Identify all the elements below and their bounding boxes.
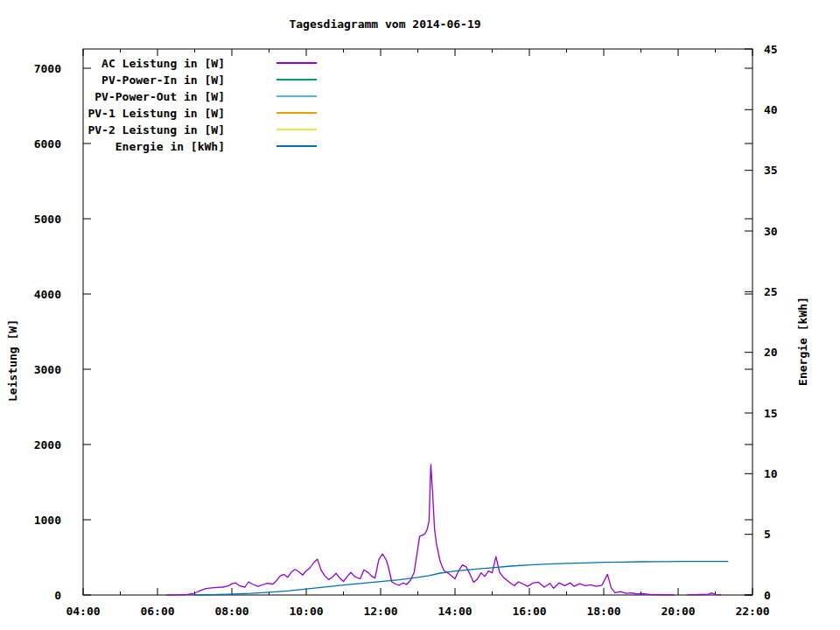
y-tick-label: 7000 — [34, 62, 61, 75]
x-tick-label: 12:00 — [363, 605, 397, 618]
x-tick-label: 20:00 — [661, 605, 695, 618]
y-tick-label: 3000 — [34, 363, 61, 376]
y2-tick-label: 5 — [764, 528, 771, 541]
y-tick-label: 1000 — [34, 514, 61, 527]
legend-label-energie: Energie in [kWh] — [116, 140, 225, 153]
y-tick-label: 6000 — [34, 137, 61, 150]
y2-tick-label: 45 — [764, 43, 778, 56]
x-tick-label: 04:00 — [66, 605, 100, 618]
x-tick-label: 06:00 — [140, 605, 174, 618]
chart-page: Tagesdiagramm vom 2014-06-19 Leistung [W… — [0, 0, 840, 630]
x-tick-label: 18:00 — [586, 605, 620, 618]
series-line-ac-leistung — [167, 465, 675, 595]
x-tick-label: 10:00 — [289, 605, 323, 618]
legend-label-pv-1-leistung: PV-1 Leistung in [W] — [88, 107, 225, 120]
y2-tick-label: 25 — [764, 285, 778, 298]
series-line-ac-leistung — [688, 593, 721, 595]
x-tick-label: 08:00 — [214, 605, 248, 618]
plot-area: 04:0006:0008:0010:0012:0014:0016:0018:00… — [0, 0, 840, 630]
y2-tick-label: 35 — [764, 164, 778, 177]
legend-label-ac-leistung: AC Leistung in [W] — [102, 57, 225, 70]
y2-tick-label: 40 — [764, 103, 778, 116]
legend-label-pv-power-out: PV-Power-Out in [W] — [94, 90, 225, 103]
legend-label-pv-2-leistung: PV-2 Leistung in [W] — [88, 123, 225, 136]
y2-tick-label: 30 — [764, 225, 778, 238]
x-tick-label: 16:00 — [512, 605, 546, 618]
y2-tick-label: 15 — [764, 407, 778, 420]
y-tick-label: 0 — [54, 589, 61, 602]
legend-label-pv-power-in: PV-Power-In in [W] — [102, 74, 225, 87]
y2-tick-label: 20 — [764, 346, 778, 359]
y2-tick-label: 0 — [764, 589, 771, 602]
y-tick-label: 2000 — [34, 438, 61, 452]
x-tick-label: 22:00 — [735, 605, 769, 618]
x-tick-label: 14:00 — [438, 605, 472, 618]
y-tick-label: 4000 — [34, 288, 61, 301]
y2-tick-label: 10 — [764, 467, 778, 480]
y-tick-label: 5000 — [34, 213, 61, 226]
